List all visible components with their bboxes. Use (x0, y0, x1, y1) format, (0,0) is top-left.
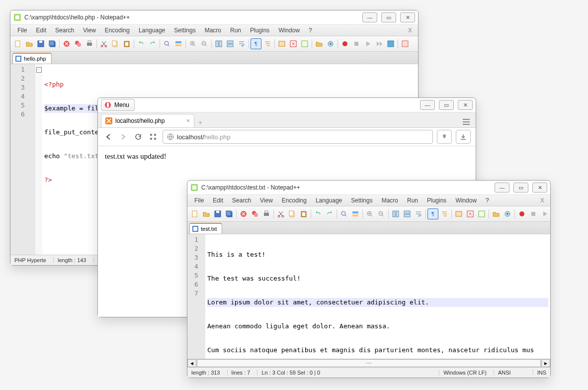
sync-h-icon[interactable] (402, 208, 413, 219)
print-icon[interactable] (84, 38, 95, 49)
show-chars-icon[interactable]: ¶ (427, 208, 438, 219)
close-all-icon[interactable] (250, 208, 260, 219)
menu-help[interactable]: ? (305, 26, 316, 35)
open-file-icon[interactable] (201, 208, 212, 219)
menu-file[interactable]: File (13, 26, 31, 35)
stop-icon[interactable] (351, 38, 362, 49)
opera-menu-button[interactable]: Menu (101, 99, 135, 111)
sync-h-icon[interactable] (225, 38, 236, 49)
paste-icon[interactable] (121, 38, 132, 49)
zoom-out-icon[interactable] (199, 38, 210, 49)
monitor-icon[interactable] (325, 38, 336, 49)
monitor-icon[interactable] (502, 208, 513, 219)
menu-settings[interactable]: Settings (170, 26, 199, 35)
menu-search[interactable]: Search (228, 196, 255, 205)
menu-view[interactable]: View (79, 26, 100, 35)
menu-run[interactable]: Run (226, 26, 245, 35)
record-icon[interactable] (339, 38, 350, 49)
menubar-x-icon[interactable]: X (537, 197, 547, 204)
folder-icon[interactable] (491, 208, 502, 219)
folder-icon[interactable] (314, 38, 325, 49)
tab-hello-php[interactable]: hello.php (12, 53, 52, 64)
menu-plugins[interactable]: Plugins (246, 26, 273, 35)
menu-edit[interactable]: Edit (32, 26, 50, 35)
close-file-icon[interactable] (61, 38, 72, 49)
code-area-2[interactable]: This is a test! The test was successful!… (205, 234, 550, 359)
address-bar[interactable]: localhost/hello.php (163, 130, 433, 144)
save-all-icon[interactable] (224, 208, 235, 219)
menubar-x-icon[interactable]: X (405, 27, 415, 34)
menu-help[interactable]: ? (482, 196, 493, 205)
undo-icon[interactable] (136, 38, 147, 49)
browser-close-button[interactable]: ✕ (458, 100, 473, 110)
play-icon[interactable] (362, 38, 373, 49)
sync-v-icon[interactable] (390, 208, 401, 219)
sync-v-icon[interactable] (213, 38, 224, 49)
tab-menu-icon[interactable] (461, 116, 472, 127)
maximize-button[interactable]: ▭ (381, 12, 396, 22)
menu-macro[interactable]: Macro (378, 196, 402, 205)
menu-macro[interactable]: Macro (201, 26, 225, 35)
browser-minimize-button[interactable]: ― (420, 100, 435, 110)
menu-encoding[interactable]: Encoding (101, 26, 134, 35)
menu-run[interactable]: Run (403, 196, 422, 205)
ftp-icon[interactable] (453, 208, 464, 219)
new-file-icon[interactable] (189, 208, 200, 219)
close-button[interactable]: ✕ (400, 12, 415, 22)
record-icon[interactable] (516, 208, 527, 219)
stop-icon[interactable] (528, 208, 539, 219)
scroll-right-icon[interactable]: ▸ (541, 359, 550, 367)
menu-language[interactable]: Language (135, 26, 169, 35)
function-list-icon[interactable] (465, 208, 476, 219)
tab-test-txt[interactable]: test.txt (189, 223, 222, 234)
fold-column[interactable]: − (35, 64, 42, 255)
function-list-icon[interactable] (288, 38, 299, 49)
paste-icon[interactable] (298, 208, 309, 219)
scroll-track[interactable]: ⋯ (197, 359, 541, 367)
indent-guide-icon[interactable] (439, 208, 450, 219)
find-icon[interactable] (338, 208, 349, 219)
menu-encoding[interactable]: Encoding (278, 196, 311, 205)
forward-button[interactable] (118, 131, 129, 142)
cut-icon[interactable] (275, 208, 286, 219)
reload-button[interactable] (133, 131, 144, 142)
back-button[interactable] (103, 131, 114, 142)
indent-guide-icon[interactable] (262, 38, 273, 49)
doc-map-icon[interactable] (476, 208, 487, 219)
speed-dial-button[interactable] (148, 131, 159, 142)
editor-2[interactable]: 1234567 This is a test! The test was suc… (187, 234, 550, 359)
menu-window[interactable]: Window (274, 26, 304, 35)
menu-window[interactable]: Window (451, 196, 481, 205)
zoom-in-icon[interactable] (187, 38, 198, 49)
play-multi-icon[interactable] (374, 38, 385, 49)
tab-close-icon[interactable]: × (186, 117, 190, 124)
new-tab-button[interactable]: ＋ (194, 117, 206, 127)
play-icon[interactable] (539, 208, 550, 219)
save-all-icon[interactable] (47, 38, 58, 49)
undo-icon[interactable] (313, 208, 324, 219)
wrap-icon[interactable] (413, 208, 424, 219)
menu-language[interactable]: Language (312, 196, 346, 205)
save-icon[interactable] (35, 38, 46, 49)
menu-plugins[interactable]: Plugins (423, 196, 450, 205)
titlebar-2[interactable]: C:\xampp\htdocs\test.txt - Notepad++ ― ▭… (187, 181, 550, 195)
open-file-icon[interactable] (24, 38, 35, 49)
save-macro-icon[interactable] (385, 38, 396, 49)
wrap-icon[interactable] (236, 38, 247, 49)
menu-settings[interactable]: Settings (347, 196, 376, 205)
new-file-icon[interactable] (12, 38, 23, 49)
scroll-left-icon[interactable]: ◂ (187, 359, 196, 367)
show-chars-icon[interactable]: ¶ (251, 38, 261, 49)
replace-icon[interactable] (173, 38, 184, 49)
redo-icon[interactable] (324, 208, 335, 219)
browser-maximize-button[interactable]: ▭ (439, 100, 454, 110)
menu-file[interactable]: File (190, 196, 208, 205)
menu-view[interactable]: View (256, 196, 277, 205)
minimize-button[interactable]: ― (362, 12, 377, 22)
close-button[interactable]: ✕ (532, 183, 547, 193)
replace-icon[interactable] (350, 208, 361, 219)
browser-titlebar[interactable]: Menu ― ▭ ✕ (98, 98, 476, 112)
downloads-button[interactable] (456, 130, 471, 144)
redo-icon[interactable] (147, 38, 158, 49)
doc-map-icon[interactable] (299, 38, 310, 49)
